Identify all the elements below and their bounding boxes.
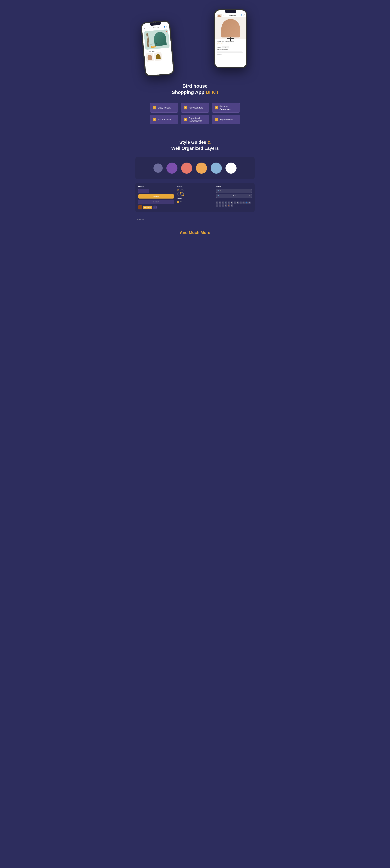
phone-back: ← CARIE DINING 👤 🛒 ⤴ [214,9,247,68]
wishlist-button[interactable]: ♡ [153,206,157,209]
color-2 [167,162,177,174]
title-highlight: UI Kit [206,90,218,95]
discover-title: DISCOVER [150,27,159,29]
radio-3-empty[interactable] [182,189,184,191]
icon-mail: ✉ [219,202,221,204]
radio-2-empty[interactable] [180,189,182,191]
small-chairs-row [146,51,171,62]
icon-search: ⌕ [242,202,245,204]
check-title: Check [177,198,213,200]
arrow-button[interactable]: → [138,189,149,193]
radio-9-filled[interactable] [182,194,184,196]
sign-up-button[interactable]: SIGN UP [138,200,174,204]
quantity-row: Quantity: - 01 + [217,46,245,48]
checkbox-empty[interactable] [180,201,182,203]
icon-heart: ♡ [228,202,230,204]
feature-fully-editable: ✓ Fully Editable [181,103,209,113]
search-icon-sm-2: 🔍 [217,195,219,197]
feature-easy-customice: ✓ Easy to Customice [212,103,240,113]
phones-container: ← CARIE DINING 👤 🛒 ⤴ [133,7,257,78]
icon-share: ⤴ [234,202,236,204]
radio-7-empty[interactable] [177,194,179,196]
features-row-2: ✓ Icons Library ✓ Organized Components ✓… [150,115,240,124]
color-palette-card [136,157,254,179]
icon-plus: + [248,202,250,204]
check-icon-1: ✓ [153,106,156,110]
hero-section: ← CARIE DINING 👤 🛒 ⤴ [130,0,260,132]
radio-row-3 [177,194,213,196]
icon-filter: ⚙ [225,205,227,207]
check-icon-2: ✓ [184,106,187,110]
icons-label: Icons [216,199,252,200]
main-title: Bird house Shopping App UI Kit [172,83,218,96]
product-stars: ★★★★★ [217,42,245,44]
featured-card: BEST SELLER ♥ Featuring ger... MORE [144,29,170,50]
search-close-icon: ✕ [249,195,250,196]
feature-label-4: Icons Library [158,118,171,121]
arrow-icon: → [143,190,145,192]
icon-home: ⌂ [240,202,242,204]
stages-column: Stages Check [177,186,213,210]
feature-label-3: Easy to Customice [219,105,237,111]
heart-icon: ♥ [166,31,167,32]
buttons-title: Buttons [138,186,174,187]
check-row: ✓ [177,201,213,203]
radio-6-empty[interactable] [182,192,184,193]
color-6 [226,162,237,174]
feature-label-1: Easy to Edit [158,106,171,109]
color-4 [196,162,207,174]
description-lines [217,51,245,53]
heading-line2: Well Organized Layers [171,146,219,151]
style-guides-section: Style Guides & Well Organized Layers But… [130,132,260,225]
buy-now-button[interactable]: BUY NOW [143,206,152,209]
search-icon-sm-1: 🔍 [217,190,219,192]
quantity-label: Quantity: [217,47,221,48]
icon-check: ✓ [219,205,221,207]
radio-row-2 [177,192,213,193]
search-title: Search [216,186,252,187]
color-5 [211,162,222,174]
screen-back: ← CARIE DINING 👤 🛒 ⤴ [215,10,246,67]
icon-minus: − [216,205,218,207]
buy-now-row: BUY NOW ♡ [138,206,174,210]
radio-8-empty[interactable] [180,194,182,196]
birdhouse-title: Birdhouse breakdown [217,49,245,50]
checkbox-filled[interactable]: ✓ [177,201,179,203]
title-section: Bird house Shopping App UI Kit [168,78,222,99]
radio-4-empty[interactable] [177,192,179,193]
small-chair-2 [154,52,162,61]
color-3 [181,162,192,174]
feature-organized-components: ✓ Organized Components [181,115,209,124]
more-button[interactable]: MORE [151,45,156,48]
color-1 [153,163,163,173]
icon-arrow: ← [216,202,218,204]
product-image-area: ⤴ [215,17,246,39]
icon-grid: ⊞ [231,205,233,207]
radio-group [177,189,213,196]
small-chair-1 [146,53,154,62]
icon-cart: 🛒 [225,202,227,204]
icon-user: 👤 [245,202,248,204]
search-placeholder: Search... [220,190,226,191]
title-line2-prefix: Shopping App [172,90,206,95]
best-sellers-section: Other Best Sellers [144,49,172,63]
feature-style-guides: ✓ Style Guides [212,115,240,124]
search-column: Search 🔍 Search... 🔍 Chai ✕ Icons ← ✉ ≡ … [216,186,252,210]
sign-in-button[interactable]: SIGN IN [138,194,174,198]
radio-5-filled[interactable] [180,192,182,193]
much-more-text: And Much More [133,230,257,235]
product-page-title: CARIE DINING [229,15,236,16]
avatar-small [138,206,142,210]
search-input-filled[interactable]: 🔍 Chai ✕ [216,194,252,198]
heading-line1: Style Guides [179,140,207,145]
check-icon-5: ✓ [184,118,187,121]
features-section: ✓ Easy to Edit ✓ Fully Editable ✓ Easy t… [146,99,244,128]
review-count: 4.4k reviews [217,44,245,45]
radio-row-1 [177,189,213,191]
heading-ampersand: & [207,140,211,145]
icon-heart-fill: ♥ [231,202,233,204]
style-guides-heading: Style Guides & Well Organized Layers [133,139,257,152]
feature-icons-library: ✓ Icons Library [150,115,178,124]
radio-1-filled[interactable] [177,189,179,191]
search-input-empty[interactable]: 🔍 Search... [216,189,252,193]
